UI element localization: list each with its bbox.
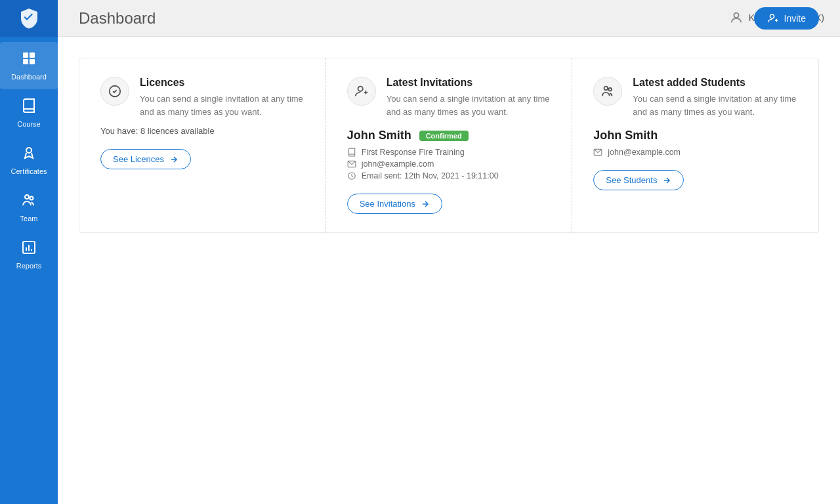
dashboard-icon <box>21 51 37 70</box>
invitation-sent: Email sent: 12th Nov, 2021 - 19:11:00 <box>362 171 499 180</box>
invitations-card-header: Latest Invitations You can send a single… <box>347 77 551 118</box>
licences-icon <box>108 84 122 98</box>
svg-rect-2 <box>23 59 28 64</box>
students-card-header: Latest added Students You can send a sin… <box>593 77 797 118</box>
sidebar-logo <box>0 0 58 37</box>
cards-row: Licences You can send a single invitatio… <box>79 58 819 233</box>
reports-icon <box>21 240 37 259</box>
invitations-icon <box>354 84 369 98</box>
book-icon <box>347 148 356 157</box>
invitation-course: First Response Fire Training <box>362 148 465 157</box>
invitations-desc: You can send a single invitation at any … <box>387 93 551 118</box>
svg-point-23 <box>604 87 608 91</box>
sidebar-item-reports[interactable]: Reports <box>0 231 58 278</box>
svg-rect-3 <box>30 59 35 64</box>
see-students-label: See Students <box>606 175 657 185</box>
invitation-email: john@example.com <box>362 159 434 169</box>
students-card: Latest added Students You can send a sin… <box>572 58 818 232</box>
students-icon <box>600 84 615 98</box>
student-email: john@example.com <box>608 148 681 157</box>
svg-point-24 <box>609 88 612 91</box>
licences-card-header: Licences You can send a single invitatio… <box>100 77 304 118</box>
licences-title-block: Licences You can send a single invitatio… <box>140 77 304 118</box>
svg-point-5 <box>25 195 29 199</box>
page-title: Dashboard <box>79 9 156 28</box>
confirmed-badge: Confirmed <box>419 131 469 141</box>
clock-icon <box>347 171 356 180</box>
arrow-right-icon-stu <box>662 176 671 185</box>
svg-point-4 <box>26 148 32 153</box>
see-licences-label: See Licences <box>113 154 164 164</box>
sidebar-item-label-team: Team <box>20 215 38 222</box>
students-btn-wrap: See Students <box>593 170 797 190</box>
see-students-button[interactable]: See Students <box>593 170 684 190</box>
dashboard-content: Licences You can send a single invitatio… <box>58 37 840 504</box>
sidebar-item-team[interactable]: Team <box>0 184 58 231</box>
invitation-course-row: First Response Fire Training <box>347 148 551 157</box>
svg-point-11 <box>734 13 738 18</box>
sidebar-item-certificates[interactable]: Certificates <box>0 136 58 184</box>
invitation-person-name: John Smith <box>347 129 411 142</box>
licences-desc: You can send a single invitation at any … <box>140 93 304 118</box>
user-avatar-icon <box>729 10 744 25</box>
invitations-btn-wrap: See Invitations <box>347 194 551 214</box>
sidebar-item-dashboard[interactable]: Dashboard <box>0 42 58 89</box>
invite-button-label: Invite <box>784 13 806 24</box>
invitations-title: Latest Invitations <box>387 77 551 89</box>
sidebar-item-label-reports: Reports <box>16 262 42 270</box>
svg-rect-1 <box>30 52 35 58</box>
team-icon <box>21 192 37 212</box>
student-envelope-icon <box>593 148 602 157</box>
licences-btn-wrap: See Licences <box>100 149 304 169</box>
svg-rect-0 <box>23 52 28 58</box>
invitation-email-row: john@example.com <box>347 159 551 169</box>
main-content: Dashboard Kath (Company X) Invite <box>58 0 840 504</box>
student-email-row: john@example.com <box>593 148 797 157</box>
arrow-right-icon-inv <box>421 200 430 209</box>
svg-point-6 <box>30 197 33 200</box>
invitations-title-block: Latest Invitations You can send a single… <box>387 77 551 118</box>
invitations-card: Latest Invitations You can send a single… <box>326 58 573 232</box>
student-entry: John Smith john@example.com <box>593 129 797 157</box>
invitation-entry: John Smith Confirmed First Response Fire… <box>347 129 551 180</box>
licences-icon-wrap <box>100 77 129 106</box>
see-licences-button[interactable]: See Licences <box>100 149 191 169</box>
envelope-icon <box>347 159 356 169</box>
sidebar-item-label-dashboard: Dashboard <box>11 73 47 81</box>
students-title-block: Latest added Students You can send a sin… <box>633 77 797 118</box>
sidebar-item-course[interactable]: Course <box>0 89 58 136</box>
invite-icon <box>767 12 779 24</box>
students-icon-wrap <box>593 77 622 106</box>
sidebar-navigation: Dashboard Course Certificates Team <box>0 37 58 278</box>
svg-point-12 <box>770 14 774 18</box>
arrow-right-icon <box>169 155 178 164</box>
invite-button[interactable]: Invite <box>754 7 819 30</box>
certificates-icon <box>21 145 37 165</box>
licences-card: Licences You can send a single invitatio… <box>79 58 326 232</box>
sidebar: Dashboard Course Certificates Team <box>0 0 58 504</box>
students-desc: You can send a single invitation at any … <box>633 93 797 118</box>
licences-title: Licences <box>140 77 304 89</box>
invitations-icon-wrap <box>347 77 376 106</box>
see-invitations-button[interactable]: See Invitations <box>347 194 442 214</box>
sidebar-item-label-course: Course <box>17 120 40 128</box>
see-invitations-label: See Invitations <box>360 199 415 209</box>
invitation-sent-row: Email sent: 12th Nov, 2021 - 19:11:00 <box>347 171 551 180</box>
licences-available: You have: 8 licences available <box>100 126 304 136</box>
sidebar-item-label-certificates: Certificates <box>10 167 47 175</box>
svg-point-17 <box>358 87 362 91</box>
student-name: John Smith <box>593 129 797 142</box>
header: Dashboard Kath (Company X) Invite <box>58 0 840 37</box>
course-icon <box>21 98 37 117</box>
invitation-name-row: John Smith Confirmed <box>347 129 551 142</box>
students-title: Latest added Students <box>633 77 797 89</box>
